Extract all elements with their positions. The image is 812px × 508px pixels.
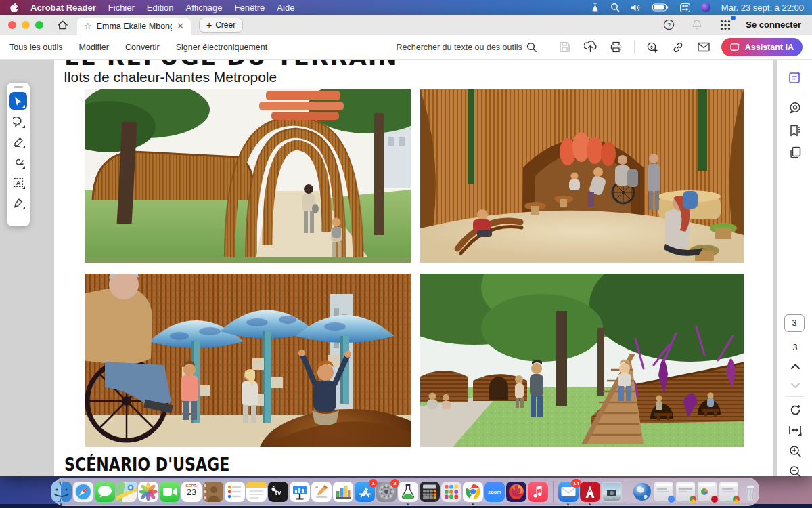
dock-minimized-window-3[interactable] [697,482,717,502]
print-icon[interactable] [608,39,625,56]
dock-apple-tv[interactable]: tv [268,482,288,502]
dock-zoom[interactable]: zoom [484,482,505,502]
dock-reminders[interactable] [225,482,245,502]
dock-acrobat[interactable] [580,482,600,502]
dock-safari[interactable] [73,482,93,502]
panel-drag-handle[interactable] [14,86,23,88]
select-tool-button[interactable] [9,92,27,110]
fullscreen-window-button[interactable] [35,21,43,29]
menu-edition[interactable]: Edition [147,3,174,13]
ai-document-icon [788,71,802,85]
toolbar-signer[interactable]: Signer électroniquement [176,43,268,52]
menu-affichage[interactable]: Affichage [186,3,223,13]
dock-minimized-window-2[interactable] [675,482,696,502]
fit-width-button[interactable] [786,421,805,440]
dock-maps[interactable] [116,482,137,502]
text-box-tool-button[interactable]: A [9,173,27,191]
home-icon[interactable] [53,17,72,33]
dock-system-settings[interactable]: 2 [376,482,397,502]
search-field[interactable] [392,42,537,53]
comments-panel-button[interactable] [786,98,805,117]
zoom-out-button[interactable] [786,462,805,481]
rotate-page-button[interactable] [786,400,805,419]
assistant-ia-button[interactable]: Assistant IA [721,38,803,56]
menu-fenetre[interactable]: Fenêtre [235,3,265,13]
dock-calculator[interactable] [420,482,440,502]
dock-trash[interactable] [740,482,761,502]
sign-in-button[interactable]: Se connecter [746,20,801,30]
dock-contacts[interactable] [203,482,223,502]
dock-music[interactable] [528,482,548,502]
comments-icon [788,101,802,114]
create-button[interactable]: + Créer [199,18,243,33]
toolbar-tous-les-outils[interactable]: Tous les outils [9,43,63,52]
help-icon[interactable]: ? [660,17,677,33]
favorite-star-icon[interactable]: ☆ [84,21,92,31]
dock-facetime[interactable] [160,482,180,502]
dock-launchpad[interactable] [441,482,461,502]
menubar-app-name[interactable]: Acrobat Reader [30,3,96,13]
control-center-icon[interactable] [680,3,690,12]
highlight-tool-button[interactable] [9,133,27,150]
render-image-umbrellas [85,274,411,447]
menubar-clock[interactable]: Mar. 23 sept. à 22:00 [721,3,804,13]
search-input[interactable] [392,43,522,52]
zoom-in-button[interactable] [786,442,805,461]
draw-tool-button[interactable] [9,153,27,171]
dock-app-store[interactable]: 1 [355,482,375,502]
dock-notes[interactable] [246,482,267,502]
finder-running-dot [60,503,62,505]
dock-network-globe[interactable] [632,482,652,502]
close-window-button[interactable] [8,21,16,29]
dock-flask-app[interactable] [398,482,418,502]
dock-minimized-window-4[interactable] [719,482,739,502]
mail-icon[interactable] [696,39,712,56]
menu-aide[interactable]: Aide [277,3,294,13]
fill-sign-tool-button[interactable] [9,194,27,211]
close-tab-icon[interactable]: ✕ [177,21,184,31]
assistant-panel-button[interactable] [786,68,805,87]
link-icon[interactable] [670,39,686,56]
notifications-bell-icon[interactable] [689,17,705,33]
toolbar-modifier[interactable]: Modifier [79,43,109,52]
text-box-icon: A [13,177,24,188]
minimize-window-button[interactable] [22,21,30,29]
bookmarks-panel-button[interactable] [786,121,805,140]
toolbar-convertir[interactable]: Convertir [125,43,160,52]
next-page-button[interactable] [786,379,805,392]
dock-messages[interactable] [95,482,115,502]
battery-icon[interactable] [652,3,669,12]
page-thumbnails-button[interactable] [786,143,805,162]
panel-divider [786,93,805,93]
panel-divider-2 [786,396,805,397]
document-tab[interactable]: ☆ Emma Ekalle Mbongo-... ✕ [77,18,191,35]
add-stamp-icon[interactable] [644,39,660,56]
macos-menubar: Acrobat Reader Fichier Edition Affichage… [0,0,812,15]
spotlight-search-icon[interactable] [610,3,620,12]
flask-menubar-icon[interactable] [591,3,600,12]
dock-preview[interactable] [602,482,622,502]
squiggle-icon [13,158,24,166]
volume-icon[interactable] [631,3,641,12]
dock-mail[interactable]: 14 [558,482,579,502]
assistant-app-menubar-icon[interactable] [701,3,710,12]
dock-calendar[interactable]: SEPT.23 [181,482,202,502]
apple-menu-icon[interactable] [9,3,18,13]
dock-finder[interactable] [51,482,72,502]
save-icon[interactable] [557,39,573,56]
dock-firefox[interactable] [506,482,526,502]
comment-tool-button[interactable] [9,112,27,130]
page-number-input[interactable]: 3 [784,314,805,332]
share-upload-icon[interactable] [583,39,599,56]
dock-photos[interactable] [138,482,158,502]
dock-minimized-window-1[interactable] [654,482,674,502]
previous-page-button[interactable] [786,360,805,373]
apps-grid-icon[interactable] [717,17,734,33]
dock-numbers[interactable] [333,482,353,502]
dock-keynote[interactable] [290,482,310,502]
dock-chrome[interactable] [463,482,483,502]
dock-pages[interactable]: “ [311,482,332,502]
macos-dock: SEPT.23 tv “ 1 2 zoom [53,478,759,506]
render-image-dome-interior [420,89,744,263]
menu-fichier[interactable]: Fichier [108,3,135,13]
